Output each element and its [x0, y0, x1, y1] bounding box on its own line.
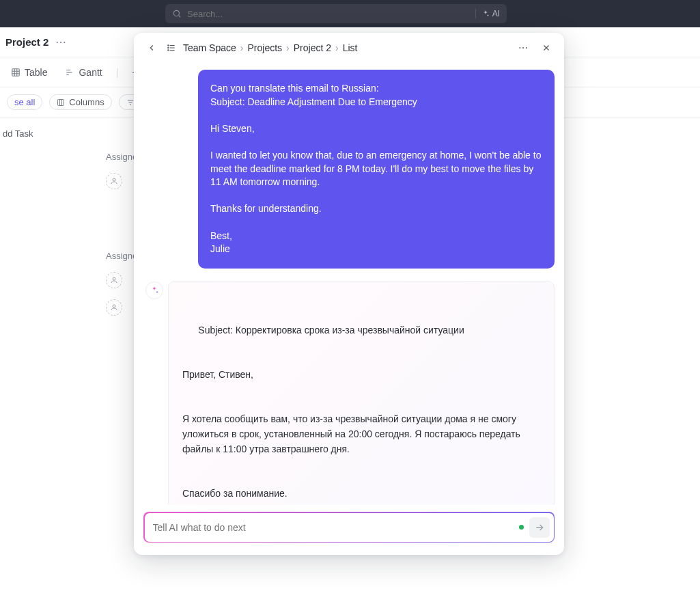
ai-message-text: Subject: Корректировка срока из-за чрезв… [182, 325, 523, 505]
crumb-0[interactable]: Team Space [183, 42, 236, 53]
ai-conversation[interactable]: Can you translate this email to Russian:… [134, 63, 564, 505]
svg-point-0 [173, 10, 179, 16]
svg-rect-10 [58, 99, 64, 105]
send-button[interactable] [529, 517, 550, 538]
ai-sparkle-icon [145, 282, 163, 299]
chevron-right-icon: › [286, 42, 290, 53]
ai-input-field[interactable] [153, 522, 514, 533]
assignee-avatar-empty[interactable] [106, 272, 122, 288]
tab-table-label: Table [25, 67, 47, 78]
list-icon [167, 43, 176, 53]
expand-all-label: se all [14, 97, 35, 107]
crumb-3[interactable]: List [343, 42, 358, 53]
ai-shortcut-label: AI [492, 9, 500, 18]
tab-gantt[interactable]: Gantt [61, 64, 106, 81]
svg-point-23 [168, 47, 169, 48]
top-bar: AI [0, 0, 700, 27]
svg-point-16 [113, 178, 115, 181]
crumb-2[interactable]: Project 2 [294, 42, 331, 53]
svg-point-17 [113, 277, 115, 280]
svg-point-22 [168, 44, 169, 45]
ai-input[interactable] [143, 512, 555, 543]
ai-shortcut-button[interactable]: AI [475, 9, 500, 18]
svg-rect-2 [12, 68, 20, 76]
global-search[interactable]: AI [165, 4, 507, 23]
chevron-right-icon: › [240, 42, 244, 53]
add-task-label: dd Task [3, 128, 33, 139]
breadcrumb[interactable]: Team Space › Projects › Project 2 › List [183, 42, 357, 53]
close-button[interactable] [538, 40, 555, 56]
page-title: Project 2 [5, 36, 48, 48]
columns-button[interactable]: Columns [49, 94, 111, 110]
crumb-1[interactable]: Projects [248, 42, 283, 53]
columns-label: Columns [69, 97, 104, 107]
ai-message: Subject: Корректировка срока из-за чрезв… [168, 281, 555, 505]
ai-panel-footer [134, 505, 564, 555]
tab-gantt-label: Gantt [79, 67, 102, 78]
expand-all-button[interactable]: se all [7, 94, 42, 110]
back-button[interactable] [143, 40, 160, 56]
assignee-avatar-empty[interactable] [106, 173, 122, 189]
panel-more-button[interactable]: ⋯ [515, 40, 531, 56]
recording-indicator [519, 525, 524, 530]
add-task-row[interactable]: dd Task [3, 128, 33, 139]
svg-point-18 [113, 305, 115, 307]
chevron-right-icon: › [335, 42, 339, 53]
search-input[interactable] [187, 9, 470, 19]
tab-table[interactable]: Table [7, 64, 51, 81]
svg-line-1 [179, 16, 181, 18]
page-more-icon[interactable]: ⋯ [55, 36, 66, 49]
ai-panel: Team Space › Projects › Project 2 › List… [134, 33, 564, 555]
assignee-avatar-empty[interactable] [106, 299, 122, 316]
ai-panel-header: Team Space › Projects › Project 2 › List… [134, 33, 564, 63]
user-message: Can you translate this email to Russian:… [198, 70, 555, 269]
search-icon [172, 9, 182, 18]
svg-point-24 [168, 49, 169, 50]
